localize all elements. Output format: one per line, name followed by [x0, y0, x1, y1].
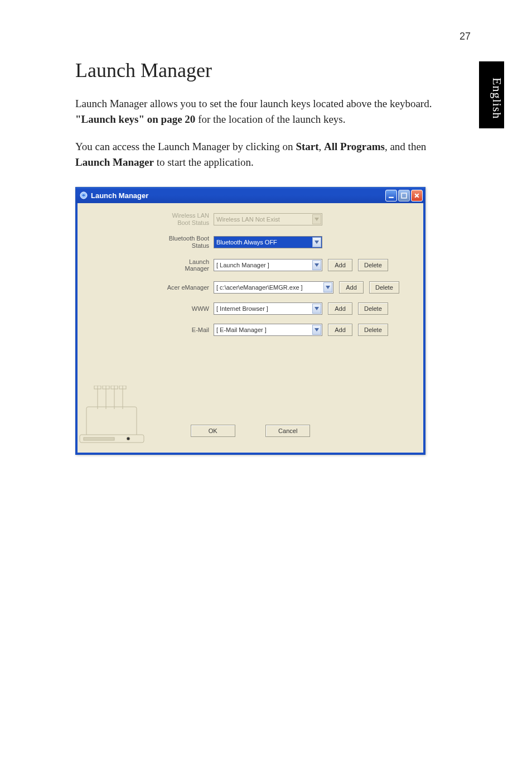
window-titlebar[interactable]: Launch Manager: [76, 188, 425, 203]
text: , and then: [385, 141, 426, 152]
svg-rect-2: [402, 193, 407, 198]
row-email: E-Mail [ E-Mail Manager ] Add Delete: [85, 324, 417, 336]
text-bold: All Programs: [324, 141, 385, 152]
text: for the location of the launch keys.: [195, 113, 345, 125]
label-acer-emanager: Acer eManager: [166, 284, 214, 291]
combo-value: [ c:\acer\eManager\EMGR.exe ]: [216, 284, 303, 291]
window-controls: [385, 190, 423, 201]
text-bold: Start: [296, 141, 318, 152]
text: to start the application.: [154, 156, 254, 168]
svg-point-13: [127, 437, 130, 440]
paragraph-2: You can access the Launch Manager by cli…: [75, 139, 443, 170]
delete-button-email[interactable]: Delete: [358, 324, 388, 336]
row-bluetooth: Bluetooth Boot Status Bluetooth Always O…: [85, 235, 417, 249]
combo-www[interactable]: [ Internet Browser ]: [214, 302, 322, 315]
delete-button-launch-manager[interactable]: Delete: [358, 259, 388, 271]
row-www: WWW [ Internet Browser ] Add Delete: [85, 302, 417, 315]
combo-email[interactable]: [ E-Mail Manager ]: [214, 324, 322, 336]
window-title: Launch Manager: [91, 191, 148, 200]
close-button[interactable]: [411, 190, 423, 201]
chevron-down-icon[interactable]: [312, 325, 321, 335]
window-client-area: Wireless LAN Boot Status Wireless LAN No…: [76, 203, 425, 454]
combo-value: [ Launch Manager ]: [216, 262, 269, 268]
chevron-down-icon[interactable]: [312, 260, 321, 270]
maximize-button[interactable]: [398, 190, 410, 201]
combo-acer-emanager[interactable]: [ c:\acer\eManager\EMGR.exe ]: [214, 281, 333, 294]
page-content: Launch Manager Launch Manager allows you…: [75, 59, 443, 182]
label-email: E-Mail: [166, 326, 214, 334]
row-wireless-lan: Wireless LAN Boot Status Wireless LAN No…: [85, 212, 417, 226]
delete-button-acer[interactable]: Delete: [369, 281, 399, 294]
app-icon: [79, 191, 88, 200]
label-www: WWW: [166, 305, 214, 313]
combo-value: [ Internet Browser ]: [216, 305, 268, 312]
laptop-illustration: [75, 386, 153, 447]
text-bold: Launch Manager: [75, 156, 154, 168]
add-button-email[interactable]: Add: [328, 324, 352, 336]
delete-button-www[interactable]: Delete: [358, 302, 388, 315]
text: ,: [319, 141, 325, 152]
page-heading: Launch Manager: [75, 59, 443, 82]
minimize-button[interactable]: [385, 190, 397, 201]
combo-launch-manager[interactable]: [ Launch Manager ]: [214, 259, 322, 271]
chevron-down-icon: [312, 214, 321, 224]
combo-value: Bluetooth Always OFF: [216, 239, 277, 246]
add-button-www[interactable]: Add: [328, 302, 352, 315]
cancel-button[interactable]: Cancel: [265, 425, 310, 437]
row-acer-emanager: Acer eManager [ c:\acer\eManager\EMGR.ex…: [85, 281, 417, 294]
add-button-launch-manager[interactable]: Add: [328, 259, 352, 271]
combo-value: [ E-Mail Manager ]: [216, 326, 267, 333]
text: Launch Manager allows you to set the fou…: [75, 98, 432, 109]
dialog-buttons: OK Cancel: [78, 425, 423, 437]
label-bluetooth: Bluetooth Boot Status: [166, 235, 214, 249]
chevron-down-icon[interactable]: [312, 237, 321, 247]
paragraph-1: Launch Manager allows you to set the fou…: [75, 96, 443, 127]
add-button-acer[interactable]: Add: [339, 281, 364, 294]
cross-reference: "Launch keys" on page 20: [75, 113, 195, 125]
row-launch-manager: Launch Manager [ Launch Manager ] Add De…: [85, 258, 417, 272]
text: You can access the Launch Manager by cli…: [75, 141, 296, 152]
ok-button[interactable]: OK: [191, 425, 235, 437]
combo-bluetooth[interactable]: Bluetooth Always OFF: [214, 236, 322, 248]
combo-wireless-lan: Wireless LAN Not Exist: [214, 213, 322, 225]
svg-rect-1: [389, 196, 394, 198]
page-number: 27: [460, 31, 471, 42]
label-launch-manager: Launch Manager: [166, 258, 214, 272]
chevron-down-icon[interactable]: [323, 282, 332, 292]
launch-manager-window: Launch Manager Wireless LAN Boot Status …: [75, 187, 425, 455]
chevron-down-icon[interactable]: [312, 304, 321, 314]
svg-rect-14: [84, 438, 114, 440]
combo-value: Wireless LAN Not Exist: [216, 216, 280, 223]
language-tab: English: [479, 61, 504, 128]
label-wireless-lan: Wireless LAN Boot Status: [166, 212, 214, 226]
